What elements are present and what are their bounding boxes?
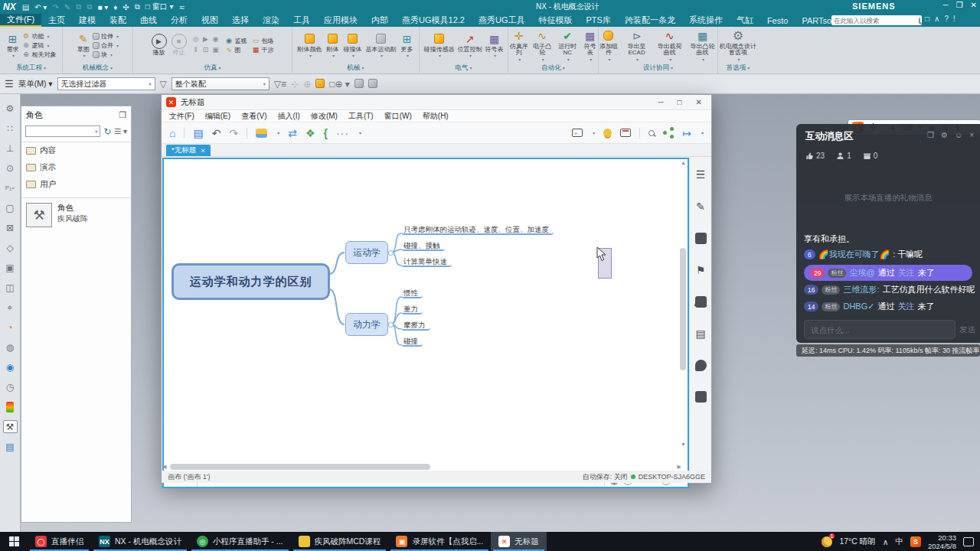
menu-tab[interactable]: 燕秀UG工具 [472,14,532,27]
menu-tab[interactable]: 应用模块 [317,14,364,27]
follow-link[interactable]: 关注 [898,267,915,279]
ribbon-group-label[interactable]: 机械▾ [292,64,419,73]
taskbar-item-nx[interactable]: NX NX - 机电概念设计 [91,532,189,551]
export-cam-curve-button[interactable]: ▦导出凸轮曲线▾ [688,29,717,62]
scope-combo[interactable]: 整个装配▾ [172,77,270,90]
xmind-titlebar[interactable]: ✕ 无标题 ─ □ ✕ [162,95,711,110]
logic-button[interactable]: ⊛逻辑▾ [22,41,57,50]
home-icon[interactable]: ⌂ [169,127,175,139]
tray-expand-icon[interactable]: ∧ [883,537,889,546]
central-topic[interactable]: 运动学和动力学的区别 [172,263,330,300]
menu-tab[interactable]: Festo [760,14,795,27]
collapse-handle-icon[interactable] [388,250,394,256]
taskbar-item-screen-recorder[interactable]: ▣ 录屏软件【点我启... [388,532,491,551]
selection-box-icon[interactable]: □ [925,15,929,23]
scroll-thumb[interactable] [170,464,430,470]
user-name[interactable]: 三维流形: [843,284,879,295]
flag-icon[interactable]: ⚑ [696,264,706,276]
web-browser-icon[interactable]: ◉ [3,360,18,373]
collapse-ribbon-icon[interactable]: ≂ [178,3,185,11]
topic-kinematics[interactable]: 运动学 [345,241,388,264]
touch-icon[interactable]: ✣ [122,3,129,11]
measure-icon[interactable]: ⌖ [3,301,18,314]
subtopic[interactable]: 碰撞 [401,337,423,347]
role-folder-demo[interactable]: 演示 [26,162,126,173]
menu-tab[interactable]: 渲染 [256,14,286,27]
list-view-icon[interactable]: ☰ ▾ [114,127,127,135]
monitor-button[interactable]: ◉监视 [225,37,247,45]
image-icon[interactable]: ▲ [695,233,707,244]
subtopic[interactable]: 计算简单快速 [401,257,452,267]
structure-icon[interactable]: ❖ [305,127,315,139]
swatch-icon[interactable]: ■ ▾ [97,3,108,11]
weather-icon[interactable]: 1 [822,536,832,547]
role-item[interactable]: ⚒ 角色 疾风破阵 [21,197,131,232]
cube-add-icon[interactable] [315,79,325,90]
play-button[interactable]: ▶ 播放 [152,34,167,57]
menu-tab[interactable]: 特征模版 [531,14,579,27]
horizontal-scrollbar[interactable]: ◀ ▶ [165,464,677,470]
menu-item[interactable]: 查看(V) [241,111,266,122]
cube-gray2-icon[interactable] [368,79,377,90]
exclude-box-icon[interactable]: ⊠ [3,221,18,234]
weather-text[interactable]: 17°C 晴朗 [839,536,875,547]
menu-tab[interactable]: 内部 [364,14,395,27]
cube-icon[interactable]: ▣ [3,261,18,274]
topic-caret-icon[interactable]: ▾ [277,130,279,135]
clamp-icon[interactable]: ◇ [3,241,18,254]
subtopic[interactable]: 碰撞、接触 [401,241,445,251]
label-icon[interactable]: Aa [695,296,707,308]
taskbar-item-xmind[interactable]: ✕ 无标题 [491,532,547,551]
expressions-icon[interactable]: P₁₌ [3,181,18,194]
search-icon[interactable] [648,130,655,136]
paste-icon[interactable]: ⧉ [87,2,92,11]
role-folder-user[interactable]: 用户 [26,179,126,190]
share-icon[interactable] [663,131,667,135]
hamburger-icon[interactable]: ☰ [5,78,14,90]
maximize-icon[interactable]: □ [678,98,682,106]
summary-icon[interactable]: { [323,127,327,139]
taskbar-item-mcd-folder[interactable]: 疾风破阵MCD课程 [291,532,389,551]
topic-icon[interactable] [256,129,267,138]
menu-tab[interactable]: 跨装配一条龙 [618,14,682,27]
ribbon-group-label[interactable]: 机械概念▾ [63,64,132,73]
close-icon[interactable]: ✕ [696,98,702,106]
notification-icon[interactable] [963,537,974,546]
mic-icon[interactable]: ♦ [113,3,117,11]
capture-icon[interactable]: ▶ [201,35,211,45]
export-load-curve-button[interactable]: ∿导出载荷曲线▾ [655,29,684,62]
color-wand-icon[interactable] [3,400,18,413]
dots-grid-icon[interactable]: ∷ [3,122,18,135]
redo-icon[interactable]: ↷ [229,127,238,139]
clock[interactable]: 20:33 2024/5/8 [928,533,956,550]
export-icon[interactable]: ↦ [682,127,691,139]
presentation-caret-icon[interactable]: ▾ [593,130,595,135]
runtime-nc-button[interactable]: ✔运行时 NC▾ [555,29,580,62]
search-icon[interactable] [919,18,920,24]
xmind-canvas[interactable]: 运动学和动力学的区别 运动学 动力学 只考虑刚体的运动轨迹、速度、位置、加速度 … [162,158,689,473]
simulation-mini-buttons[interactable]: ◎▶◉ ‖⊡▣ [191,35,220,56]
menu-item[interactable]: 编辑(E) [205,111,230,122]
menu-tab[interactable]: 视图 [194,14,225,27]
filter-list-icon[interactable]: ▽≡ [274,79,286,90]
ime-mode-indicator[interactable]: 中 [896,536,904,547]
scroll-thumb[interactable] [680,248,686,370]
user-name[interactable]: DHBG✓ [843,302,874,311]
save-icon[interactable]: ▤ [22,3,29,11]
presentation-icon[interactable]: ▸ [572,129,583,137]
selection-filter-combo[interactable]: 无选择过滤器▾ [57,77,155,90]
menu-button[interactable]: 菜单(M) ▾ [18,79,53,90]
pause-icon[interactable]: ‖ [191,46,201,56]
pie-clock-icon[interactable]: ◔ [3,321,18,334]
ribbon-group-label[interactable]: 首选项▾ [718,64,758,73]
menu-tab[interactable]: 工具 [286,14,317,27]
symbol-table-button[interactable]: ▦符号表▾ [485,32,504,59]
taskbar-item-miniapp-assistant[interactable]: ◎ 小程序直播助手 - ... [189,532,291,551]
unite-button[interactable]: 合并▾ [93,41,119,50]
subtopic[interactable]: 惯性 [401,289,423,298]
function-button[interactable]: ⚙功能▾ [22,32,57,41]
gear-icon[interactable]: ⚙ [3,102,18,115]
menu-tab[interactable]: 系统操作 [682,14,730,27]
user-name[interactable]: 🌈我现在可嗨了🌈 [818,249,890,260]
vertical-scrollbar[interactable]: ▲ ▼ [680,162,686,445]
